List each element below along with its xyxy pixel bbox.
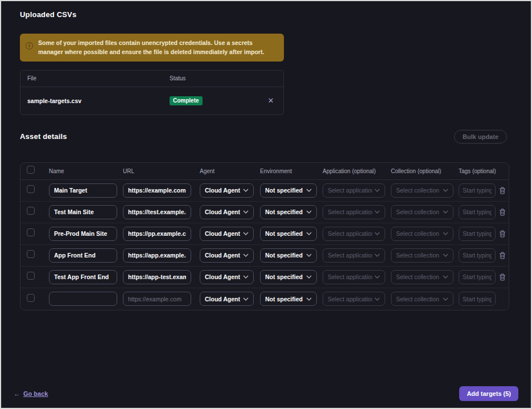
tags-column-header: Tags (optional) — [459, 168, 496, 174]
warning-text: Some of your imported files contain unen… — [38, 38, 276, 57]
arrow-left-icon: ← — [14, 390, 20, 397]
asset-details-title: Asset details — [20, 132, 67, 141]
asset-table-header: Name URL Agent Environment Application (… — [20, 163, 509, 180]
collection-dropdown[interactable]: Select collection — [391, 205, 453, 219]
application-dropdown[interactable]: Select application — [323, 205, 385, 219]
row-checkbox[interactable] — [27, 185, 35, 193]
trash-icon[interactable] — [496, 273, 509, 281]
application-dropdown[interactable]: Select application — [323, 270, 385, 284]
url-input[interactable] — [123, 205, 191, 219]
add-targets-button[interactable]: Add targets (5) — [459, 386, 518, 401]
select-all-checkbox[interactable] — [27, 166, 35, 174]
chevron-down-icon — [243, 189, 249, 192]
environment-dropdown[interactable]: Not specified — [260, 205, 317, 219]
chevron-down-icon — [374, 275, 380, 279]
application-dropdown[interactable]: Select application — [323, 227, 385, 241]
application-dropdown[interactable]: Select application — [323, 292, 385, 306]
row-checkbox[interactable] — [27, 207, 35, 215]
status-badge: Complete — [170, 96, 203, 105]
file-column-header: File — [27, 75, 170, 81]
agent-dropdown[interactable]: Cloud Agent — [200, 248, 254, 263]
trash-icon[interactable] — [496, 208, 509, 216]
url-input[interactable] — [123, 248, 191, 263]
chevron-down-icon — [443, 210, 448, 214]
collection-dropdown[interactable]: Select collection — [391, 183, 453, 198]
url-input[interactable] — [123, 183, 191, 198]
trash-icon[interactable] — [496, 187, 509, 194]
trash-icon[interactable] — [496, 230, 509, 238]
collection-dropdown[interactable]: Select collection — [391, 248, 453, 263]
asset-table-row: Cloud Agent Not specified Select applica… — [20, 202, 509, 223]
chevron-down-icon — [306, 297, 312, 301]
asset-table-row: Cloud Agent Not specified Select applica… — [20, 267, 509, 288]
row-checkbox[interactable] — [27, 294, 35, 302]
name-input[interactable] — [49, 270, 117, 284]
row-checkbox[interactable] — [27, 228, 35, 236]
row-checkbox[interactable] — [27, 250, 35, 258]
asset-table-row: Cloud Agent Not specified Select applica… — [20, 245, 509, 267]
chevron-down-icon — [374, 232, 380, 235]
name-input[interactable] — [49, 183, 117, 198]
agent-column-header: Agent — [200, 168, 260, 174]
url-input[interactable] — [123, 270, 191, 284]
collection-dropdown[interactable]: Select collection — [391, 292, 453, 306]
tags-input[interactable] — [459, 270, 496, 284]
collection-column-header: Collection (optional) — [391, 168, 459, 174]
chevron-down-icon — [443, 297, 448, 301]
file-name: sample-targets.csv — [27, 97, 170, 104]
chevron-down-icon — [374, 297, 380, 301]
chevron-down-icon — [306, 275, 312, 279]
asset-details-table: Name URL Agent Environment Application (… — [20, 162, 509, 310]
chevron-down-icon — [374, 253, 380, 257]
environment-dropdown[interactable]: Not specified — [260, 270, 317, 284]
chevron-down-icon — [443, 232, 448, 235]
trash-icon[interactable] — [496, 252, 509, 259]
footer-bar: ← Go back Add targets (5) — [1, 386, 531, 401]
url-column-header: URL — [123, 168, 200, 174]
collection-dropdown[interactable]: Select collection — [391, 227, 453, 241]
info-icon: i — [26, 42, 33, 50]
agent-dropdown[interactable]: Cloud Agent — [200, 183, 254, 198]
environment-dropdown[interactable]: Not specified — [260, 183, 317, 198]
application-dropdown[interactable]: Select application — [323, 248, 385, 263]
agent-dropdown[interactable]: Cloud Agent — [200, 227, 254, 241]
environment-dropdown[interactable]: Not specified — [260, 227, 317, 241]
name-input[interactable] — [49, 227, 117, 241]
upload-csv-page: Uploaded CSVs i Some of your imported fi… — [0, 0, 532, 409]
application-column-header: Application (optional) — [323, 168, 391, 174]
tags-input[interactable] — [459, 227, 496, 241]
bulk-update-button[interactable]: Bulk update — [454, 130, 507, 144]
application-dropdown[interactable]: Select application — [323, 183, 385, 198]
chevron-down-icon — [443, 253, 448, 257]
agent-dropdown[interactable]: Cloud Agent — [200, 205, 254, 219]
file-table-row: sample-targets.csv Complete ✕ — [20, 87, 283, 114]
url-input[interactable] — [123, 292, 191, 306]
environment-column-header: Environment — [260, 168, 323, 174]
environment-dropdown[interactable]: Not specified — [260, 292, 317, 306]
tags-input[interactable] — [459, 292, 496, 306]
chevron-down-icon — [306, 210, 312, 214]
agent-dropdown[interactable]: Cloud Agent — [200, 270, 254, 284]
remove-file-icon[interactable]: ✕ — [268, 97, 274, 104]
environment-dropdown[interactable]: Not specified — [260, 248, 317, 263]
name-input[interactable] — [49, 205, 117, 219]
tags-input[interactable] — [459, 183, 496, 198]
chevron-down-icon — [306, 189, 312, 192]
go-back-link[interactable]: ← Go back — [14, 390, 48, 397]
tags-input[interactable] — [459, 205, 496, 219]
chevron-down-icon — [374, 189, 380, 192]
agent-dropdown[interactable]: Cloud Agent — [200, 292, 254, 306]
asset-table-row: Cloud Agent Not specified Select applica… — [20, 223, 509, 245]
asset-table-row: Cloud Agent Not specified Select applica… — [20, 180, 509, 202]
uploaded-csvs-title: Uploaded CSVs — [20, 10, 507, 19]
tags-input[interactable] — [459, 248, 496, 263]
chevron-down-icon — [243, 253, 249, 257]
row-checkbox[interactable] — [27, 272, 35, 280]
chevron-down-icon — [374, 210, 380, 214]
url-input[interactable] — [123, 227, 191, 241]
name-column-header: Name — [49, 168, 123, 174]
uploaded-files-table: File Status sample-targets.csv Complete … — [20, 70, 284, 115]
name-input[interactable] — [49, 248, 117, 263]
name-input[interactable] — [49, 292, 117, 306]
collection-dropdown[interactable]: Select collection — [391, 270, 453, 284]
